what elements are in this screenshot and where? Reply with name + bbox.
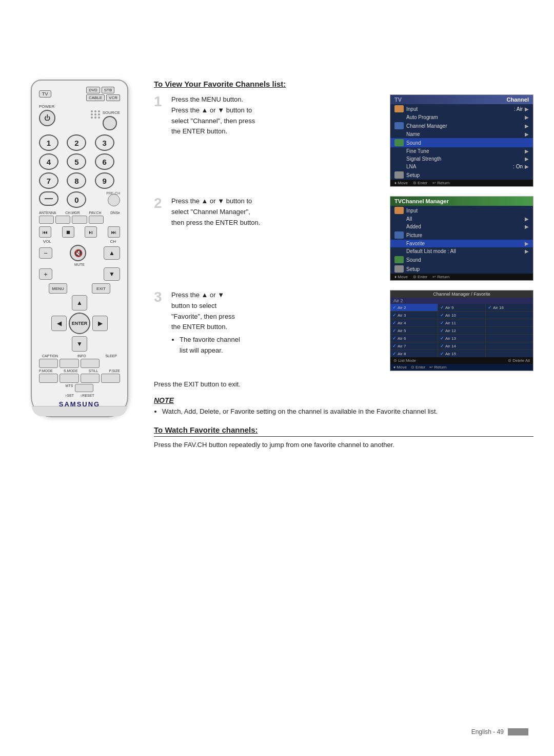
func-labels: ANTENNA CH.MGR FAV.CH DNSe <box>39 211 120 215</box>
screen1-footer: ♦ Move ⊙ Enter ↩ Return <box>390 180 533 186</box>
page-bar-decoration <box>508 728 528 735</box>
caption-info-sleep-labels: CAPTION INFO SLEEP <box>42 354 117 358</box>
fav-cell-r3c3 <box>486 319 533 326</box>
screen1-footer-text: ♦ Move <box>394 181 408 185</box>
screen1-input-row: Input : Air ▶ <box>390 104 533 113</box>
mute-button[interactable]: 🔇 <box>70 245 86 261</box>
fav-cell-air12: ✓ Air 12 <box>438 327 485 334</box>
fav-cell-air11: ✓ Air 11 <box>438 319 485 326</box>
source-button[interactable] <box>103 116 117 130</box>
screen2-footer-move: ♦ Move <box>394 275 408 279</box>
screen1-finetune-arrow: ▶ <box>525 148 529 154</box>
step-2-screen: TV Channel Manager Input All ▶ Added ▶ <box>390 196 533 281</box>
fav-nav-return: ↩ Return <box>429 365 446 370</box>
dots-decoration <box>91 110 101 119</box>
dpad-down-button[interactable]: ▼ <box>72 336 87 352</box>
favch-button[interactable] <box>72 216 87 224</box>
tv-screen-1: TV Channel Input : Air ▶ Auto Program ▶ … <box>390 94 533 187</box>
dnse-button[interactable] <box>89 216 104 224</box>
step-3-block: 3 Press the ▲ or ▼ button to select "Fav… <box>154 290 533 371</box>
btn-2[interactable]: 2 <box>67 134 86 151</box>
dpad-right-button[interactable]: ▶ <box>92 316 108 331</box>
pre-ch-button[interactable] <box>108 194 120 206</box>
smode-button[interactable] <box>60 374 78 383</box>
screen2-favorite-label: Favorite <box>406 241 525 246</box>
info-button[interactable] <box>60 359 78 368</box>
note-bullet-list: Watch, Add, Delete, or Favorite setting … <box>162 406 533 417</box>
ff-button[interactable]: ⏭ <box>108 226 120 238</box>
screen1-header: TV Channel <box>390 95 533 104</box>
chmgr-button[interactable] <box>55 216 70 224</box>
dvd-button[interactable]: DVD <box>86 87 100 93</box>
vcr-button[interactable]: VCR <box>106 94 120 101</box>
btn-1[interactable]: 1 <box>39 134 58 151</box>
dpad-up-button[interactable]: ▲ <box>72 295 87 311</box>
screen2-tv-label: TV <box>394 198 402 204</box>
vol-ch-row-2: + ▼ <box>39 267 120 281</box>
stop-button[interactable]: ⏹ <box>62 226 74 238</box>
screen2-picture-label: Picture <box>406 232 529 238</box>
screen2-default-row: Default List mode : All ▶ <box>390 247 533 255</box>
screen1-input-arrow: ▶ <box>525 106 529 112</box>
step-1-text: Press the MENU button. Press the ▲ or ▼ … <box>171 94 384 137</box>
fav-cell-air10: ✓ Air 10 <box>438 312 485 319</box>
btn-dash[interactable]: — <box>39 191 58 206</box>
screen1-chanmgr-row: Channel Manager ▶ <box>390 121 533 130</box>
btn-3[interactable]: 3 <box>95 134 114 151</box>
rew-button[interactable]: ⏮ <box>39 226 51 238</box>
btn-7[interactable]: 7 <box>39 172 58 189</box>
step-3-bullet: The favorite channellist will appear. <box>180 335 384 356</box>
ch-up-button[interactable]: ▲ <box>104 246 120 260</box>
fav-cell-air15: ✓ Air 15 <box>438 350 485 357</box>
vol-plus-button[interactable]: + <box>39 268 52 280</box>
play-pause-button[interactable]: ⏯ <box>85 226 97 238</box>
screen1-chanmgr-arrow: ▶ <box>525 123 529 129</box>
btn-0[interactable]: 0 <box>67 191 86 208</box>
btn-5[interactable]: 5 <box>67 153 86 170</box>
btn-4[interactable]: 4 <box>39 153 58 170</box>
fav-cell-air2: ✓ Air 2 <box>390 304 438 311</box>
screen2-footer-enter: ⊙ Enter <box>413 275 427 279</box>
cable-button[interactable]: CABLE <box>86 94 105 101</box>
screen2-input-row: Input <box>390 206 533 215</box>
sleep-button[interactable] <box>81 359 100 368</box>
screen2-setup-label: Setup <box>406 266 529 272</box>
tv-button[interactable]: TV <box>39 90 51 98</box>
screen1-autoprog-label: Auto Program <box>406 114 525 120</box>
screen2-all-row: All ▶ <box>390 215 533 223</box>
vol-label: VOL <box>43 239 51 244</box>
section-title: To View Your Favorite Channels list: <box>154 80 533 88</box>
screen1-name-row: Name ▶ <box>390 130 533 138</box>
step-3-screen: Channel Manager / Favorite Air 2 ✓ Air 2… <box>390 290 533 371</box>
btn-9[interactable]: 9 <box>95 172 114 189</box>
caption-label: CAPTION <box>42 354 58 358</box>
dnse-label: DNSe <box>110 211 120 215</box>
input-icon <box>394 105 404 112</box>
screen1-lna-value: : On <box>513 164 523 169</box>
pmode-button[interactable] <box>39 374 58 383</box>
ch-down-button[interactable]: ▼ <box>104 267 120 281</box>
stb-button[interactable]: STB <box>102 87 115 93</box>
mts-button[interactable] <box>75 384 93 392</box>
menu-button[interactable]: MENU <box>49 283 67 294</box>
caption-button[interactable] <box>39 359 58 368</box>
fav-delete-all: ⊙ Delete All <box>508 358 530 363</box>
enter-button[interactable]: ENTER <box>69 313 90 334</box>
screen1-setup-label: Setup <box>406 172 529 178</box>
fav-cell-r6c3 <box>486 342 533 350</box>
dpad-left-button[interactable]: ◀ <box>51 316 67 331</box>
btn-8[interactable]: 8 <box>67 172 86 189</box>
btn-6[interactable]: 6 <box>95 153 114 170</box>
power-button[interactable]: ⏻ <box>39 110 55 126</box>
antenna-button[interactable] <box>39 216 54 224</box>
screen1-finetune-label: Fine Tune <box>406 148 525 154</box>
exit-button[interactable]: EXIT <box>92 283 110 294</box>
still-button[interactable] <box>81 374 100 383</box>
chmgr-label: CH.MGR <box>65 211 80 215</box>
screen1-autoprog-arrow: ▶ <box>525 114 529 120</box>
vol-minus-button[interactable]: − <box>39 247 52 259</box>
fav-cell-air6: ✓ Air 6 <box>390 335 438 342</box>
psize-button[interactable] <box>101 374 120 383</box>
mute-label: MUTE <box>39 263 120 266</box>
screen1-name-arrow: ▶ <box>525 131 529 137</box>
